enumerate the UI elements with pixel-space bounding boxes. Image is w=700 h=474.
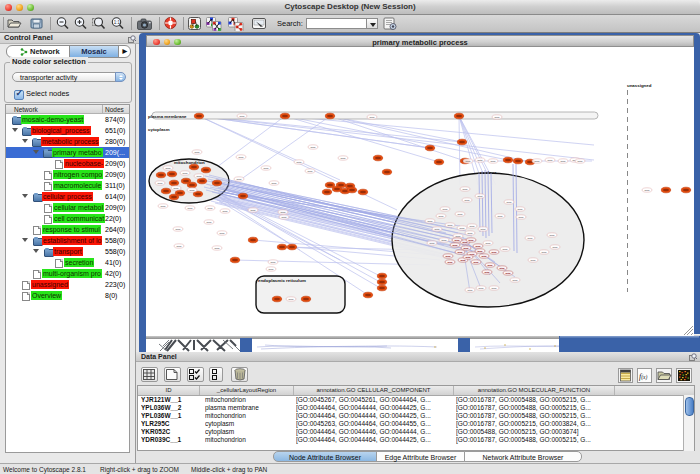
svg-text:mitochondrion: mitochondrion — [174, 160, 205, 165]
svg-text:unassigned: unassigned — [627, 83, 652, 88]
svg-text:f(x): f(x) — [639, 372, 648, 381]
svg-text:cytoplasm: cytoplasm — [148, 127, 170, 132]
svg-text:plasma membrane: plasma membrane — [148, 114, 187, 119]
svg-text:endoplasmic reticulum: endoplasmic reticulum — [258, 278, 306, 283]
svg-text:nucleus: nucleus — [480, 170, 497, 175]
svg-text:1:1: 1:1 — [114, 20, 121, 25]
